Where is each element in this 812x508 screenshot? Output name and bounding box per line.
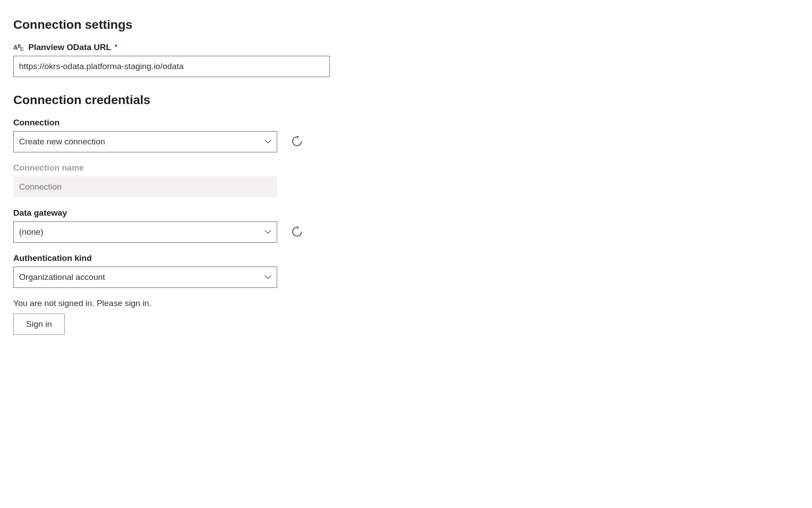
gateway-field-group: Data gateway (none) bbox=[13, 208, 799, 243]
connection-dropdown-value: Create new connection bbox=[19, 137, 105, 147]
required-asterisk: * bbox=[115, 43, 117, 51]
chevron-down-icon bbox=[264, 140, 271, 144]
signin-button[interactable]: Sign in bbox=[13, 314, 65, 335]
url-label: Planview OData URL bbox=[28, 43, 111, 52]
auth-label: Authentication kind bbox=[13, 253, 92, 263]
gateway-dropdown[interactable]: (none) bbox=[13, 221, 277, 243]
connection-credentials-section: Connection credentials Connection Create… bbox=[13, 93, 799, 335]
connection-field-group: Connection Create new connection bbox=[13, 118, 799, 152]
chevron-down-icon bbox=[264, 230, 271, 234]
url-label-row: A B C Planview OData URL * bbox=[13, 43, 799, 52]
connection-name-input bbox=[13, 176, 277, 198]
svg-text:A: A bbox=[13, 44, 18, 51]
connection-name-label-row: Connection name bbox=[13, 163, 799, 173]
gateway-refresh-button[interactable] bbox=[290, 225, 304, 239]
url-input[interactable] bbox=[13, 56, 330, 77]
connection-credentials-heading: Connection credentials bbox=[13, 93, 799, 107]
gateway-dropdown-row: (none) bbox=[13, 221, 799, 243]
connection-refresh-button[interactable] bbox=[290, 135, 304, 148]
connection-settings-section: Connection settings A B C Planview OData… bbox=[13, 18, 799, 77]
connection-label: Connection bbox=[13, 118, 60, 128]
auth-label-row: Authentication kind bbox=[13, 253, 799, 263]
auth-dropdown-value: Organizational account bbox=[19, 272, 105, 282]
text-type-icon: A B C bbox=[13, 43, 25, 52]
connection-settings-heading: Connection settings bbox=[13, 18, 799, 32]
auth-field-group: Authentication kind Organizational accou… bbox=[13, 253, 799, 288]
signin-group: You are not signed in. Please sign in. S… bbox=[13, 299, 799, 335]
refresh-icon bbox=[291, 226, 303, 239]
gateway-dropdown-value: (none) bbox=[19, 227, 43, 237]
connection-name-field-group: Connection name bbox=[13, 163, 799, 198]
refresh-icon bbox=[291, 136, 303, 148]
chevron-down-icon bbox=[264, 275, 271, 279]
signin-message: You are not signed in. Please sign in. bbox=[13, 299, 799, 308]
connection-name-label: Connection name bbox=[13, 163, 84, 173]
svg-text:C: C bbox=[20, 47, 23, 51]
url-field-group: A B C Planview OData URL * bbox=[13, 43, 799, 77]
auth-dropdown[interactable]: Organizational account bbox=[13, 267, 277, 288]
gateway-label-row: Data gateway bbox=[13, 208, 799, 218]
connection-dropdown[interactable]: Create new connection bbox=[13, 131, 277, 152]
gateway-label: Data gateway bbox=[13, 208, 67, 218]
connection-dropdown-row: Create new connection bbox=[13, 131, 799, 152]
connection-label-row: Connection bbox=[13, 118, 799, 128]
